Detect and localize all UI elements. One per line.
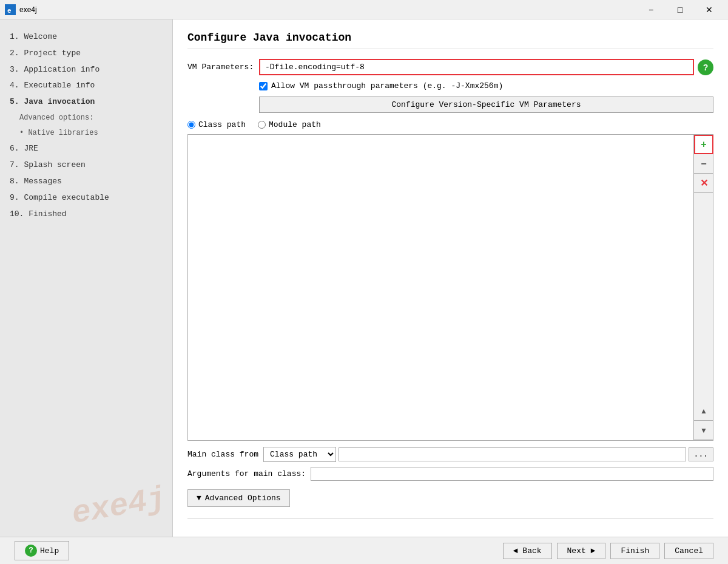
window-controls: − □ ✕ — [637, 0, 723, 19]
content-area: Configure Java invocation VM Parameters:… — [173, 19, 728, 537]
sidebar-item-native-libraries[interactable]: • Native libraries — [5, 126, 167, 141]
advanced-options-label: Advanced Options — [205, 494, 281, 503]
move-down-button[interactable]: ▼ — [694, 421, 713, 440]
sidebar-item-finished[interactable]: 10. Finished — [5, 206, 167, 223]
module-path-label: Module path — [269, 120, 321, 129]
sidebar-item-welcome[interactable]: 1. Welcome — [5, 29, 167, 46]
sidebar-item-messages[interactable]: 8. Messages — [5, 174, 167, 190]
help-button[interactable]: ? Help — [15, 541, 69, 560]
vm-passthrough-label: Allow VM passthrough parameters (e.g. -J… — [271, 81, 503, 90]
vm-params-row: VM Parameters: ? — [187, 59, 713, 75]
path-type-row: Class path Module path — [187, 120, 713, 129]
args-row: Arguments for main class: — [187, 467, 713, 481]
main-container: 1. Welcome 2. Project type 3. Applicatio… — [0, 19, 728, 537]
minimize-button[interactable]: − — [637, 0, 665, 19]
remove-classpath-button[interactable]: − — [694, 154, 713, 174]
sidebar-item-executable-info[interactable]: 4. Executable info — [5, 78, 167, 94]
maximize-button[interactable]: □ — [666, 0, 694, 19]
finish-button[interactable]: Finish — [610, 543, 659, 559]
move-up-button[interactable]: ▲ — [694, 401, 713, 421]
page-title: Configure Java invocation — [187, 32, 713, 49]
window-title: exe4j — [19, 5, 637, 14]
vm-passthrough-checkbox[interactable] — [259, 82, 268, 90]
classpath-list[interactable] — [187, 134, 694, 441]
main-class-browse-button[interactable]: ... — [689, 447, 713, 461]
sidebar-item-compile-executable[interactable]: 9. Compile executable — [5, 190, 167, 206]
vm-params-input[interactable] — [259, 59, 694, 75]
sidebar-item-jre[interactable]: 6. JRE — [5, 141, 167, 157]
sidebar-item-splash-screen[interactable]: 7. Splash screen — [5, 157, 167, 174]
help-label: Help — [40, 546, 59, 556]
sidebar-item-advanced-options-label: Advanced options: — [5, 110, 167, 126]
next-button[interactable]: Next ► — [557, 543, 606, 559]
sidebar: 1. Welcome 2. Project type 3. Applicatio… — [0, 19, 173, 537]
divider — [187, 518, 713, 518]
main-class-select[interactable]: Class path Module path — [263, 447, 336, 462]
sidebar-item-java-invocation[interactable]: 5. Java invocation — [5, 94, 167, 110]
close-button[interactable]: ✕ — [695, 0, 723, 19]
sidebar-watermark: exe4j — [69, 481, 169, 532]
args-label: Arguments for main class: — [187, 469, 306, 478]
configure-version-specific-btn[interactable]: Configure Version-Specific VM Parameters — [259, 97, 713, 113]
classpath-area: + − ✕ ▲ ▼ — [187, 134, 713, 441]
advanced-options-arrow: ▼ — [197, 494, 201, 503]
sidebar-item-application-info[interactable]: 3. Application info — [5, 62, 167, 78]
svg-text:e: e — [7, 7, 12, 15]
class-path-radio-option[interactable]: Class path — [187, 120, 246, 129]
vm-params-help-button[interactable]: ? — [698, 59, 713, 75]
sidebar-item-project-type[interactable]: 2. Project type — [5, 46, 167, 62]
vm-passthrough-row: Allow VM passthrough parameters (e.g. -J… — [259, 81, 713, 90]
app-icon: e — [5, 4, 16, 15]
delete-classpath-button[interactable]: ✕ — [694, 174, 713, 193]
back-button[interactable]: ◄ Back — [503, 543, 552, 559]
args-input[interactable] — [311, 467, 713, 481]
main-class-row: Main class from Class path Module path .… — [187, 447, 713, 462]
class-path-label: Class path — [198, 120, 246, 129]
main-class-input[interactable] — [339, 447, 686, 461]
main-class-label: Main class from — [187, 450, 258, 459]
module-path-radio[interactable] — [258, 121, 266, 129]
class-path-radio[interactable] — [187, 121, 195, 129]
help-icon: ? — [25, 545, 37, 557]
vm-params-label: VM Parameters: — [187, 63, 254, 72]
cancel-button[interactable]: Cancel — [664, 543, 713, 559]
add-classpath-button[interactable]: + — [694, 135, 713, 154]
titlebar: e exe4j − □ ✕ — [0, 0, 728, 19]
bottom-toolbar: ? Help ◄ Back Next ► Finish Cancel — [0, 537, 728, 564]
module-path-radio-option[interactable]: Module path — [258, 120, 321, 129]
classpath-button-panel: + − ✕ ▲ ▼ — [694, 134, 713, 441]
advanced-options-button[interactable]: ▼ Advanced Options — [187, 489, 290, 507]
